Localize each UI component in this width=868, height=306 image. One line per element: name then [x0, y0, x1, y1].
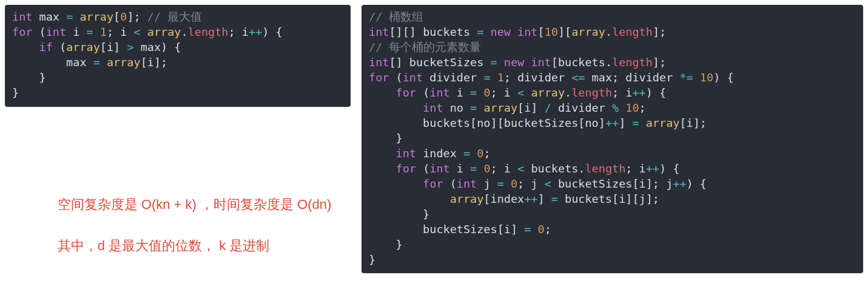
code-token: [: [578, 117, 585, 129]
code-token: =: [483, 71, 497, 84]
code-token: no: [477, 117, 490, 129]
code-token: =: [66, 10, 73, 23]
code-token: ;: [517, 177, 531, 190]
code-token: i: [639, 177, 646, 190]
code-token: i: [107, 41, 113, 53]
code-token: =: [524, 223, 537, 236]
code-token: [: [538, 25, 545, 38]
code-token: int: [403, 71, 430, 84]
code-token: =: [632, 117, 645, 129]
code-token: ][: [491, 117, 504, 129]
code-token: buckets: [423, 25, 477, 38]
code-token: for: [12, 25, 39, 38]
code-line: // 桶数组: [369, 10, 856, 25]
code-token: divider: [517, 71, 571, 84]
code-token: i: [639, 162, 646, 175]
code-token: ];: [653, 25, 666, 38]
code-token: 10: [700, 71, 713, 84]
code-token: array: [107, 56, 141, 69]
code-token: (: [39, 25, 46, 38]
code-token: [: [612, 192, 619, 205]
code-token: 0: [477, 147, 483, 160]
code-token: max: [39, 10, 67, 23]
code-token: [12, 56, 66, 69]
code-token: ]: [511, 223, 524, 236]
code-token: =: [470, 101, 483, 114]
code-token: new: [504, 56, 531, 69]
code-token: int: [369, 56, 389, 69]
code-token: i: [504, 86, 517, 99]
code-token: max: [134, 41, 161, 53]
code-token: int: [429, 162, 457, 175]
layout-row: int max = array[0]; // 最大值for (int i = 1…: [5, 5, 863, 277]
code-token: ][: [625, 192, 639, 205]
code-token: >: [127, 41, 133, 53]
code-token: ++: [632, 86, 645, 99]
code-token: <: [545, 177, 558, 190]
code-line: int no = array[i] / divider % 10;: [369, 101, 856, 116]
code-line: }: [369, 253, 856, 268]
code-line: }: [369, 131, 856, 146]
code-token: array: [66, 41, 100, 53]
code-token: i: [242, 25, 249, 38]
code-line: if (array[i] > max) {: [12, 40, 343, 55]
code-token: i: [504, 162, 517, 175]
code-token: [12, 41, 39, 53]
right-column: // 桶数组int[][] buckets = new int[10][arra…: [362, 5, 863, 273]
code-token: i: [457, 162, 470, 175]
code-token: array: [450, 192, 484, 205]
code-line: int[] bucketSizes = new int[buckets.leng…: [369, 55, 856, 70]
code-token: length: [571, 86, 612, 99]
code-token: ]: [537, 192, 551, 205]
code-line: for (int divider = 1; divider <= max; di…: [369, 70, 856, 86]
code-token: ];: [154, 56, 167, 69]
complexity-note: 空间复杂度是 O(kn + k) ，时间复杂度是 O(dn) 其中，d 是最大值…: [5, 174, 351, 277]
code-line: }: [12, 70, 343, 86]
code-token: buckets: [423, 117, 470, 129]
code-token: =: [463, 147, 477, 160]
code-token: array: [571, 25, 605, 38]
code-token: [: [113, 10, 120, 23]
code-token: []: [389, 56, 409, 69]
code-token: array: [646, 117, 680, 129]
code-token: int: [457, 177, 484, 190]
code-token: [73, 10, 79, 23]
code-token: =: [470, 86, 483, 99]
code-line: max = array[i];: [12, 55, 343, 70]
code-token: ;: [625, 162, 639, 175]
code-line: for (int i = 1; i < array.length; i++) {: [12, 25, 343, 40]
code-token: 1: [497, 71, 504, 84]
code-token: [369, 223, 423, 236]
code-token: .: [605, 56, 612, 69]
code-line: for (int i = 0; i < array.length; i++) {: [369, 86, 856, 101]
code-token: ;: [504, 71, 517, 84]
code-token: [369, 86, 396, 99]
code-line: }: [369, 237, 856, 253]
code-token: ++: [646, 162, 659, 175]
code-line: }: [369, 207, 856, 222]
code-token: for: [396, 162, 423, 175]
code-token: 0: [483, 86, 490, 99]
code-token: bucketSizes: [504, 117, 579, 129]
code-token: ) {: [687, 177, 707, 190]
code-token: }: [12, 71, 46, 84]
code-token: ]: [113, 41, 127, 53]
code-token: index: [491, 192, 525, 205]
code-token: length: [188, 25, 229, 38]
code-token: %: [612, 101, 625, 114]
code-token: divider: [429, 71, 483, 84]
code-token: no: [585, 117, 598, 129]
code-token: ];: [127, 10, 147, 23]
code-token: j: [531, 177, 544, 190]
left-column: int max = array[0]; // 最大值for (int i = 1…: [5, 5, 351, 277]
code-token: ];: [646, 192, 659, 205]
code-token: i: [687, 117, 693, 129]
code-token: int: [12, 10, 39, 23]
code-token: 10: [625, 101, 639, 114]
code-token: ++: [673, 177, 686, 190]
code-token: (: [59, 41, 66, 53]
code-token: ;: [612, 71, 625, 84]
code-token: ];: [646, 177, 666, 190]
code-token: =: [477, 25, 490, 38]
code-token: .: [578, 162, 585, 175]
